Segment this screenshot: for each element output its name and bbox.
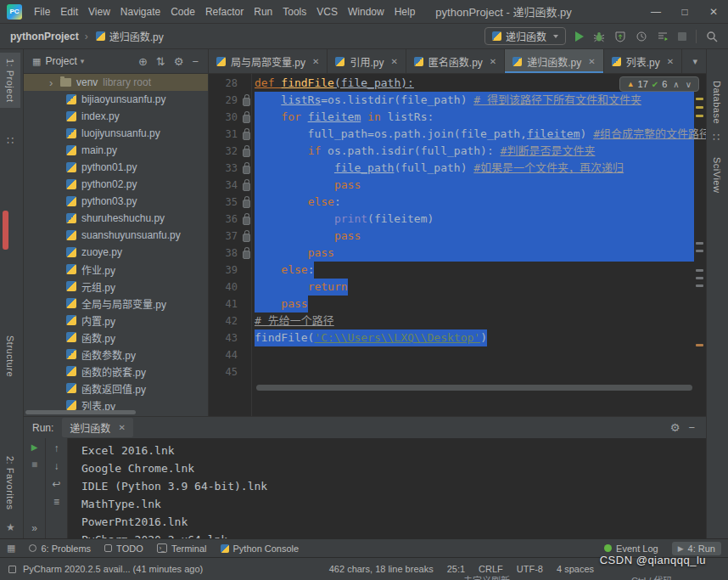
scroll-to-end-icon[interactable]: ≡ bbox=[53, 497, 59, 507]
stripe-mark-warning[interactable] bbox=[696, 98, 703, 100]
search-everywhere-icon[interactable] bbox=[706, 31, 718, 42]
stripe-tab-sciview[interactable]: SciView bbox=[707, 151, 727, 199]
project-tree-item[interactable]: 作业.py bbox=[24, 261, 208, 278]
locate-file-icon[interactable]: ⊕ bbox=[134, 56, 152, 67]
code-line[interactable]: 33 file_path(full_path) #如果是一个文件夹，再次递归 bbox=[209, 160, 706, 177]
tool-tab-python-console[interactable]: Python Console bbox=[221, 543, 300, 554]
menu-item-refactor[interactable]: Refactor bbox=[200, 2, 249, 22]
project-tree-item[interactable]: 全局与局部变量.py bbox=[24, 295, 208, 312]
editor-tab[interactable]: 引用.py✕ bbox=[328, 49, 406, 73]
tool-tab-event-log[interactable]: Event Log bbox=[604, 543, 658, 554]
stripe-mark[interactable] bbox=[696, 284, 703, 287]
editor[interactable]: 28def findFile(file_path):29 listRs=os.l… bbox=[209, 74, 706, 416]
code-line[interactable]: 29 listRs=os.listdir(file_path) # 得到该路径下… bbox=[209, 92, 706, 109]
code-line[interactable]: 35 else: bbox=[209, 194, 706, 211]
indent-info[interactable]: 4 spaces bbox=[557, 564, 594, 574]
project-tree-item[interactable]: python01.py bbox=[24, 159, 208, 176]
more-options-icon[interactable]: » bbox=[31, 523, 37, 533]
editor-tab[interactable]: 局与局部变量.py✕ bbox=[209, 49, 328, 73]
menu-item-file[interactable]: File bbox=[29, 2, 55, 22]
stripe-mark-warning[interactable] bbox=[696, 106, 703, 109]
project-tree-item[interactable]: index.py bbox=[24, 108, 208, 125]
project-tree-item[interactable]: 函数参数.py bbox=[24, 346, 208, 363]
hide-panel-icon[interactable]: − bbox=[188, 56, 203, 67]
collapse-all-icon[interactable]: ⇅ bbox=[152, 56, 170, 67]
stripe-tab-database[interactable]: Database bbox=[707, 75, 727, 130]
stripe-mark[interactable] bbox=[696, 269, 703, 272]
code-line[interactable]: 45 bbox=[209, 363, 706, 380]
project-hscrollbar[interactable] bbox=[25, 410, 136, 414]
stripe-tab-structure[interactable]: Structure bbox=[0, 329, 20, 383]
project-tree-item[interactable]: zuoye.py bbox=[24, 244, 208, 261]
menu-item-navigate[interactable]: Navigate bbox=[115, 2, 165, 22]
menu-item-window[interactable]: Window bbox=[343, 2, 389, 22]
code-line[interactable]: 30 for fileitem in listRs: bbox=[209, 109, 706, 126]
code-line[interactable]: 31 full_path=os.path.join(file_path,file… bbox=[209, 126, 706, 143]
code-line[interactable]: 40 return bbox=[209, 279, 706, 296]
close-tab-icon[interactable]: ✕ bbox=[312, 57, 319, 66]
stripe-tab-project[interactable]: 1: Project bbox=[0, 53, 20, 108]
breadcrumb-project[interactable]: pythonProject bbox=[10, 31, 79, 42]
code-line[interactable]: 42# 先给一个路径 bbox=[209, 313, 706, 329]
project-tree-item[interactable]: 函数返回值.py bbox=[24, 380, 208, 397]
code-line[interactable]: 32 if os.path.isdir(full_path): #判断是否是文件… bbox=[209, 143, 706, 160]
code-line[interactable]: 44 bbox=[209, 346, 706, 363]
editor-hscrollbar[interactable] bbox=[256, 385, 692, 391]
grid-icon[interactable]: ∷ bbox=[7, 134, 14, 147]
settings-gear-icon[interactable]: ⚙ bbox=[170, 56, 188, 67]
stripe-mark-warning[interactable] bbox=[696, 344, 703, 346]
project-tree-item[interactable]: shuruheshuchu.py bbox=[24, 210, 208, 227]
project-tree-item[interactable]: suanshuyunsuanfu.py bbox=[24, 227, 208, 244]
services-button[interactable] bbox=[657, 31, 669, 42]
project-tree-item[interactable]: 内置.py bbox=[24, 312, 208, 329]
close-tab-icon[interactable]: ✕ bbox=[118, 423, 125, 432]
code-line[interactable]: 37 pass bbox=[209, 228, 706, 245]
code-line[interactable]: 41 pass bbox=[209, 296, 706, 313]
stripe-mark[interactable] bbox=[696, 277, 703, 279]
maximize-button[interactable]: □ bbox=[670, 0, 699, 23]
stripe-mark-warning[interactable] bbox=[696, 115, 703, 117]
minimize-panel-icon[interactable]: − bbox=[684, 422, 699, 433]
project-view-selector[interactable]: Project bbox=[45, 55, 76, 67]
code-line[interactable]: 36 print(fileitem) bbox=[209, 211, 706, 228]
code-line[interactable]: 38 pass bbox=[209, 245, 706, 262]
project-tree-item[interactable]: luojiyunsuanfu.py bbox=[24, 125, 208, 142]
code-line[interactable]: 39 else: bbox=[209, 262, 706, 279]
stripe-tab-favorites[interactable]: 2: Favorites bbox=[0, 450, 20, 515]
run-button[interactable] bbox=[575, 31, 584, 42]
tool-windows-toggle-icon[interactable]: ▦ bbox=[7, 543, 15, 554]
menu-item-help[interactable]: Help bbox=[389, 2, 421, 22]
menu-item-code[interactable]: Code bbox=[165, 2, 200, 22]
project-tree-item[interactable]: 元组.py bbox=[24, 278, 208, 295]
hidden-tabs-chevron-icon[interactable]: ▾ bbox=[684, 56, 706, 67]
run-tab[interactable]: 递归函数 ✕ bbox=[62, 418, 132, 437]
code-line[interactable]: 34 pass bbox=[209, 177, 706, 194]
up-stacktrace-icon[interactable]: ↑ bbox=[54, 443, 59, 453]
minimize-button[interactable]: — bbox=[641, 0, 670, 23]
soft-wrap-icon[interactable]: ↩ bbox=[52, 479, 60, 489]
debug-button[interactable] bbox=[593, 31, 605, 42]
profiler-button[interactable] bbox=[636, 31, 647, 42]
project-tree-item[interactable]: python02.py bbox=[24, 176, 208, 193]
menu-item-view[interactable]: View bbox=[83, 2, 115, 22]
menu-item-vcs[interactable]: VCS bbox=[311, 2, 343, 22]
expand-chevron-icon[interactable]: › bbox=[49, 77, 60, 88]
stripe-mark[interactable] bbox=[696, 242, 703, 245]
stop-button[interactable]: ■ bbox=[31, 459, 37, 470]
tool-tab-terminal[interactable]: ›_ Terminal bbox=[157, 543, 207, 554]
caret-position[interactable]: 25:1 bbox=[447, 564, 465, 574]
project-tree-item[interactable]: ›venvlibrary root bbox=[24, 74, 208, 91]
close-tab-icon[interactable]: ✕ bbox=[390, 57, 397, 66]
stop-button[interactable] bbox=[678, 32, 686, 41]
project-tree-item[interactable]: 函数.py bbox=[24, 329, 208, 346]
breadcrumb-file[interactable]: 递归函数.py bbox=[109, 29, 164, 43]
close-tab-icon[interactable]: ✕ bbox=[490, 57, 496, 66]
close-tab-icon[interactable]: ✕ bbox=[588, 57, 595, 66]
code-line[interactable]: 43findFile('C:\\Users\\LXQ\\Desktop') bbox=[209, 329, 706, 346]
tool-tab-problems[interactable]: 6: Problems bbox=[29, 543, 91, 554]
rerun-button[interactable]: ▶ bbox=[31, 443, 38, 452]
run-console[interactable]: Excel 2016.lnkGoogle Chrome.lnkIDLE (Pyt… bbox=[68, 438, 706, 538]
close-tab-icon[interactable]: ✕ bbox=[667, 57, 674, 66]
grid-icon[interactable]: ∷ bbox=[713, 131, 720, 144]
project-tree-item[interactable]: bijiaoyunsuanfu.py bbox=[24, 91, 208, 108]
